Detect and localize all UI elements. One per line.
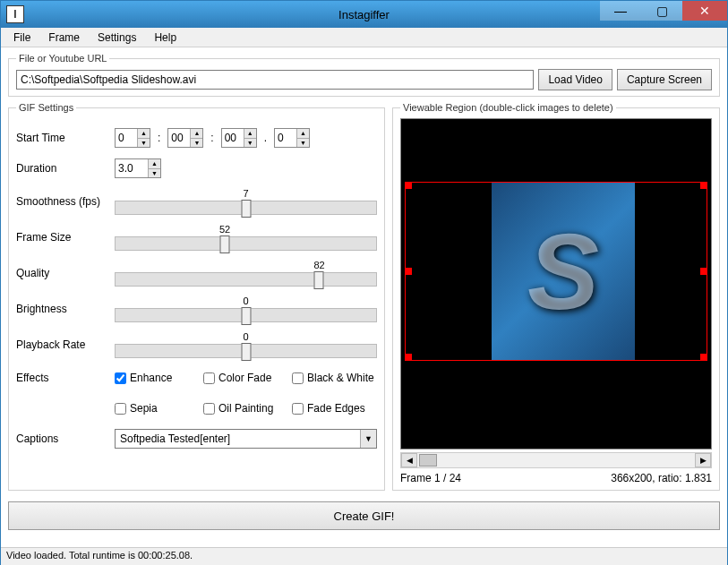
captions-label: Captions: [16, 432, 115, 445]
spinner-up-icon[interactable]: ▲: [138, 129, 150, 139]
quality-slider[interactable]: 82: [115, 260, 377, 287]
load-video-button[interactable]: Load Video: [538, 69, 612, 90]
effects-label: Effects: [16, 372, 115, 384]
preview-canvas[interactable]: [400, 118, 712, 449]
menu-settings[interactable]: Settings: [89, 30, 145, 46]
bw-checkbox[interactable]: Black & White: [292, 372, 377, 384]
resize-handle[interactable]: [700, 268, 707, 275]
app-icon: I: [6, 5, 24, 23]
close-button[interactable]: ✕: [682, 1, 727, 21]
titlebar: I Instagiffer — ▢ ✕: [1, 1, 727, 28]
smoothness-label: Smoothness (fps): [16, 195, 115, 208]
gif-legend: GIF Settings: [16, 102, 76, 113]
playback-slider[interactable]: 0: [115, 331, 377, 358]
menu-frame[interactable]: Frame: [39, 30, 89, 46]
smoothness-slider[interactable]: 7: [115, 188, 377, 215]
resize-handle[interactable]: [405, 268, 412, 275]
resize-handle[interactable]: [700, 182, 707, 189]
brightness-slider[interactable]: 0: [115, 295, 377, 322]
size-info: 366x200, ratio: 1.831: [611, 472, 712, 484]
maximize-button[interactable]: ▢: [641, 1, 682, 21]
capture-screen-button[interactable]: Capture Screen: [617, 69, 712, 90]
framesize-slider[interactable]: 52: [115, 224, 377, 251]
duration-spinner[interactable]: ▲▼: [115, 158, 161, 178]
start-time-label: Start Time: [16, 132, 115, 144]
frame-counter: Frame 1 / 24: [400, 472, 461, 484]
menubar: File Frame Settings Help: [1, 28, 727, 47]
viewable-region-group: Viewable Region (double-click images to …: [392, 102, 720, 491]
create-gif-button[interactable]: Create GIF!: [8, 501, 720, 530]
fade-checkbox[interactable]: Fade Edges: [292, 402, 377, 415]
gif-settings-group: GIF Settings Start Time ▲▼ : ▲▼ : ▲▼ . ▲…: [8, 102, 385, 491]
menu-help[interactable]: Help: [145, 30, 185, 46]
url-legend: File or Youtube URL: [16, 53, 109, 64]
viewable-legend: Viewable Region (double-click images to …: [400, 102, 616, 113]
start-min-spinner[interactable]: ▲▼: [167, 128, 203, 148]
duration-label: Duration: [16, 162, 115, 175]
scroll-right-icon[interactable]: ▶: [695, 453, 711, 467]
spinner-down-icon[interactable]: ▼: [138, 139, 150, 148]
window-title: Instagiffer: [338, 8, 390, 21]
start-frac-spinner[interactable]: ▲▼: [274, 128, 310, 148]
enhance-checkbox[interactable]: Enhance: [115, 372, 200, 384]
url-input[interactable]: [16, 70, 534, 90]
colorfade-checkbox[interactable]: Color Fade: [203, 372, 288, 384]
quality-label: Quality: [16, 267, 115, 279]
menu-file[interactable]: File: [4, 30, 39, 46]
resize-handle[interactable]: [700, 354, 707, 361]
scroll-left-icon[interactable]: ◀: [401, 453, 417, 467]
url-group: File or Youtube URL Load Video Capture S…: [8, 53, 720, 97]
start-sec-spinner[interactable]: ▲▼: [221, 128, 257, 148]
chevron-down-icon[interactable]: ▼: [360, 430, 376, 448]
sepia-checkbox[interactable]: Sepia: [115, 402, 200, 415]
resize-handle[interactable]: [405, 354, 412, 361]
oil-checkbox[interactable]: Oil Painting: [203, 402, 288, 415]
playback-label: Playback Rate: [16, 338, 115, 351]
preview-scrollbar[interactable]: ◀ ▶: [400, 452, 712, 468]
captions-combo[interactable]: Softpedia Tested[enter] ▼: [115, 429, 377, 449]
framesize-label: Frame Size: [16, 231, 115, 244]
start-hour-spinner[interactable]: ▲▼: [115, 128, 150, 148]
resize-handle[interactable]: [405, 182, 412, 189]
minimize-button[interactable]: —: [600, 1, 641, 21]
preview-image[interactable]: [492, 183, 635, 360]
status-bar: Video loaded. Total runtime is 00:00:25.…: [1, 547, 727, 565]
crop-frame[interactable]: [405, 182, 707, 361]
brightness-label: Brightness: [16, 303, 115, 315]
